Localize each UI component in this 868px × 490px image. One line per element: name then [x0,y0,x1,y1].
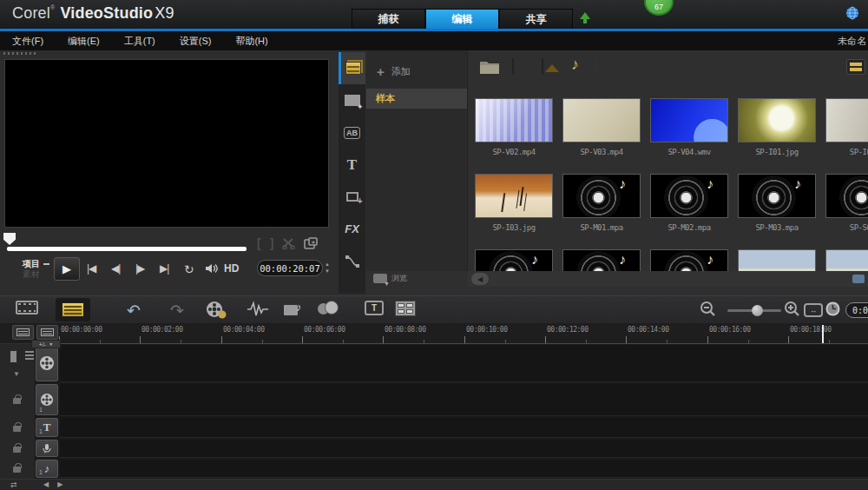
thumbnail[interactable] [650,98,728,142]
go-end-button[interactable]: ▶| [160,262,168,275]
thumbnail[interactable] [475,98,553,142]
video-track-lane[interactable] [60,345,868,382]
enlarge-preview-icon[interactable] [304,237,318,249]
thumbnail[interactable] [825,174,868,218]
rail-filter-button[interactable]: FX [339,213,365,245]
library-item[interactable]: SP-S01. [823,174,868,232]
zoom-in-button[interactable] [784,301,800,317]
lock-voice-track-icon[interactable] [13,447,21,453]
lock-overlay-track-icon[interactable] [13,398,21,404]
library-item[interactable]: SP-V02.mp4 [472,98,556,156]
track-scroll-left-icon[interactable]: ◀ [43,480,49,488]
storyboard-view-button[interactable] [16,301,38,315]
add-remove-track-button[interactable]: +/- ▼ [31,340,61,348]
lock-title-track-icon[interactable] [13,426,21,432]
library-item[interactable] [472,249,556,271]
mark-in-icon[interactable]: [ [257,236,261,250]
step-forward-button[interactable]: |▶ [135,262,144,275]
thumbnail[interactable] [562,249,641,271]
subtitle-editor-button[interactable]: T [365,301,384,315]
library-item[interactable] [560,249,643,271]
library-item[interactable]: SP-V04.wmv [648,98,731,156]
hd-toggle[interactable]: HD [224,262,239,275]
split-clip-icon[interactable] [282,237,295,249]
library-item[interactable] [735,249,819,271]
thumbnail[interactable] [650,174,728,218]
library-item[interactable] [823,249,868,271]
sound-mixer-button[interactable] [247,301,269,318]
menu-settings[interactable]: 设置(S) [168,31,224,50]
lock-music-track-icon[interactable] [13,467,21,473]
chain-clips-button[interactable] [12,325,34,340]
category-samples[interactable]: 样本 [366,89,467,109]
mode-clip-label[interactable]: 素材 [23,269,49,280]
library-item[interactable]: SP-V03.mp4 [560,98,643,156]
track-scroll-right-icon[interactable]: ▶ [57,480,62,488]
thumbnail[interactable] [562,98,641,142]
library-item[interactable]: SP-M03.mpa [735,174,819,232]
voice-track-lane[interactable] [60,440,868,458]
repeat-button[interactable]: ↻ [184,262,194,276]
timeline-view-button[interactable] [56,298,90,321]
panel-drag-handle[interactable] [3,52,36,55]
timeline-zoom-slider[interactable] [727,309,781,312]
voice-track-button[interactable] [36,440,58,457]
overlay-track-lane[interactable] [60,384,868,416]
menu-file[interactable]: 文件(F) [0,31,56,50]
tab-capture[interactable]: 捕获 [352,9,425,29]
thumbnail[interactable] [738,249,816,271]
preview-video-area[interactable] [4,59,329,228]
menu-tools[interactable]: 工具(T) [112,31,168,50]
add-folder-button[interactable]: + 添加 [366,61,467,82]
go-start-button[interactable]: |◀ [87,262,95,275]
spin-up-icon[interactable]: ▲ [325,261,330,268]
thumbnail[interactable] [562,174,641,218]
play-button[interactable]: ▶ [54,257,80,281]
mark-out-icon[interactable]: ] [270,236,274,250]
music-track-lane[interactable] [60,460,868,478]
project-duration-field[interactable]: 0:0 [845,302,868,318]
rail-media-button[interactable] [339,52,365,84]
globe-icon[interactable] [845,6,859,20]
tab-edit[interactable]: 编辑 [425,9,499,29]
redo-button[interactable]: ↷ [170,301,184,321]
overlay-track-button[interactable]: 1 [36,384,58,415]
library-item[interactable]: SP-I03.jpg [472,174,556,232]
batch-convert-button[interactable] [318,301,340,316]
upgrade-arrow-icon[interactable] [580,12,590,19]
track-manager-button[interactable] [395,301,416,316]
duration-clock-icon[interactable] [825,301,841,317]
video-track-button[interactable] [36,345,58,381]
rail-transition-button[interactable]: AB [339,116,365,149]
playhead[interactable] [822,325,824,343]
tab-share[interactable]: 共享 [499,9,573,29]
title-track-button[interactable]: T 1 [36,418,58,437]
music-track-button[interactable]: ♪ 1 [36,460,58,478]
preview-timecode[interactable]: 00:00:20:07 [257,260,323,276]
mode-project-label[interactable]: 项目 [23,259,49,269]
scroll-left-button[interactable]: ◀ [471,273,489,285]
fit-timeline-button[interactable]: ↔ [804,303,823,317]
timecode-spinner[interactable]: ▲ ▼ [325,261,330,275]
rail-title-button[interactable]: T [339,149,365,181]
library-item[interactable]: SP-I02. [823,98,868,156]
browse-button[interactable]: 浏览 [373,273,407,284]
volume-icon[interactable] [205,263,219,274]
ruler-ticks[interactable]: 00:00:00:00 00:00:02:00 00:00:04:00 00:0… [54,323,868,344]
library-item[interactable]: SP-M02.mpa [648,174,731,232]
update-count-badge[interactable]: 67 [644,0,674,16]
rail-graphic-button[interactable] [339,181,365,213]
scrollbar-thumb[interactable] [852,275,865,283]
menu-help[interactable]: 帮助(H) [223,31,279,50]
thumbnail[interactable] [475,174,553,218]
scrubber-handle[interactable] [3,233,16,245]
rail-instant-project-button[interactable] [339,84,365,116]
record-capture-button[interactable] [205,301,227,320]
library-item[interactable]: SP-M01.mpa [560,174,643,232]
swap-tracks-icon[interactable]: ⇄ [10,480,17,489]
zoom-out-button[interactable] [700,301,716,317]
thumbnail[interactable] [825,98,868,142]
thumbnail[interactable] [738,98,816,142]
ride-lock-all-icon[interactable] [10,351,26,362]
library-scrollbar[interactable]: ◀ [468,271,868,287]
